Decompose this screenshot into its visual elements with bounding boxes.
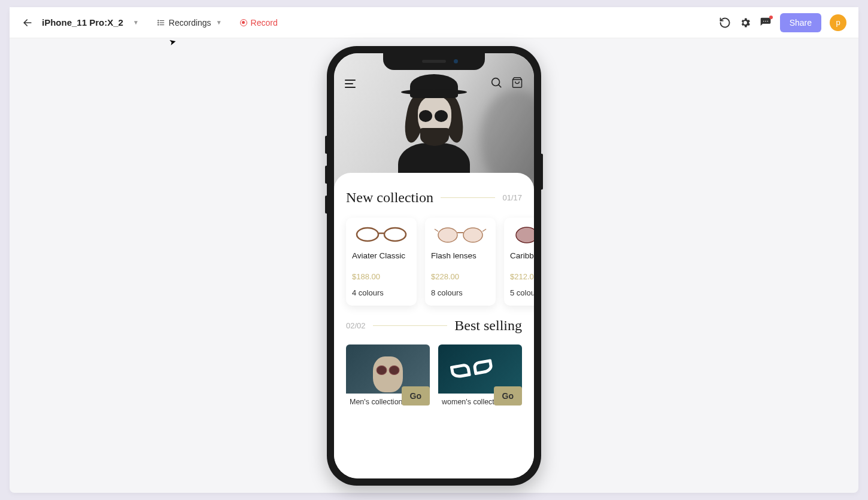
device-screen[interactable]: New collection 01/17 Aviater Classic $18… [334, 53, 534, 478]
go-button[interactable]: Go [402, 386, 430, 406]
svg-point-16 [463, 228, 482, 242]
svg-point-20 [516, 227, 534, 243]
svg-point-5 [158, 24, 159, 25]
svg-point-6 [763, 20, 764, 22]
section-title: Best selling [454, 318, 522, 334]
settings-button[interactable] [739, 17, 751, 29]
share-button[interactable]: Share [780, 13, 821, 32]
product-price: $188.00 [352, 272, 411, 281]
svg-line-18 [435, 229, 438, 231]
chevron-down-icon[interactable]: ▼ [133, 19, 139, 26]
product-price: $228.00 [431, 272, 490, 281]
product-image [352, 224, 411, 245]
product-card[interactable]: Caribbe $212.00 5 colour [504, 218, 534, 306]
svg-point-3 [158, 20, 159, 20]
recordings-dropdown[interactable]: Recordings ▼ [157, 18, 222, 28]
section-counter: 02/02 [346, 321, 366, 330]
product-card[interactable]: Flash lenses $228.00 8 colours [425, 218, 496, 306]
product-price: $212.00 [510, 272, 534, 281]
svg-line-19 [482, 229, 486, 231]
notification-dot-icon [769, 16, 773, 19]
recordings-label: Recordings [169, 18, 211, 28]
comments-button[interactable] [760, 17, 772, 29]
section-counter: 01/17 [502, 193, 522, 202]
product-name: Flash lenses [431, 251, 490, 260]
product-image [431, 224, 490, 245]
product-card[interactable]: Aviater Classic $188.00 4 colours [346, 218, 417, 306]
product-colours: 5 colour [510, 288, 534, 297]
device-frame: New collection 01/17 Aviater Classic $18… [327, 46, 541, 486]
device-notch [383, 53, 485, 70]
back-button[interactable] [22, 17, 34, 29]
hero-image [334, 53, 534, 191]
best-selling-row: Men's collection Go women's collection G… [334, 334, 534, 407]
svg-point-12 [357, 228, 378, 241]
divider-line [441, 197, 496, 198]
bag-icon[interactable] [511, 76, 523, 92]
svg-point-15 [438, 228, 457, 242]
app-toolbar: iPhone_11 Pro:X_2 ▼ Recordings ▼ Record [10, 7, 858, 38]
preview-canvas: New collection 01/17 Aviater Classic $18… [10, 38, 858, 493]
record-label: Record [251, 18, 278, 28]
svg-point-13 [384, 228, 406, 241]
best-selling-header: 02/02 Best selling [334, 318, 534, 334]
best-selling-card[interactable]: Men's collection Go [346, 344, 430, 407]
svg-point-4 [158, 22, 159, 23]
menu-icon[interactable] [345, 80, 356, 88]
reload-button[interactable] [719, 17, 731, 29]
user-avatar[interactable]: p [830, 14, 846, 31]
product-name: Aviater Classic [352, 251, 411, 260]
product-colours: 8 colours [431, 288, 490, 297]
list-icon [157, 19, 165, 27]
svg-point-7 [765, 20, 766, 22]
new-collection-row[interactable]: Aviater Classic $188.00 4 colours Flash … [334, 206, 534, 318]
svg-point-9 [492, 78, 500, 86]
best-selling-card[interactable]: women's collection Go [438, 344, 522, 407]
record-button[interactable]: Record [240, 18, 278, 28]
product-colours: 4 colours [352, 288, 411, 297]
new-collection-header: New collection 01/17 [334, 190, 534, 206]
svg-point-8 [767, 20, 768, 22]
svg-line-10 [499, 84, 502, 87]
content-sheet: New collection 01/17 Aviater Classic $18… [334, 173, 534, 478]
product-name: Caribbe [510, 251, 534, 260]
search-icon[interactable] [490, 76, 503, 92]
record-icon [240, 19, 247, 26]
project-title[interactable]: iPhone_11 Pro:X_2 [42, 17, 123, 28]
divider-line [373, 325, 448, 326]
product-image [510, 224, 534, 245]
section-title: New collection [346, 190, 433, 206]
chevron-down-icon: ▼ [216, 19, 222, 26]
go-button[interactable]: Go [494, 386, 522, 406]
